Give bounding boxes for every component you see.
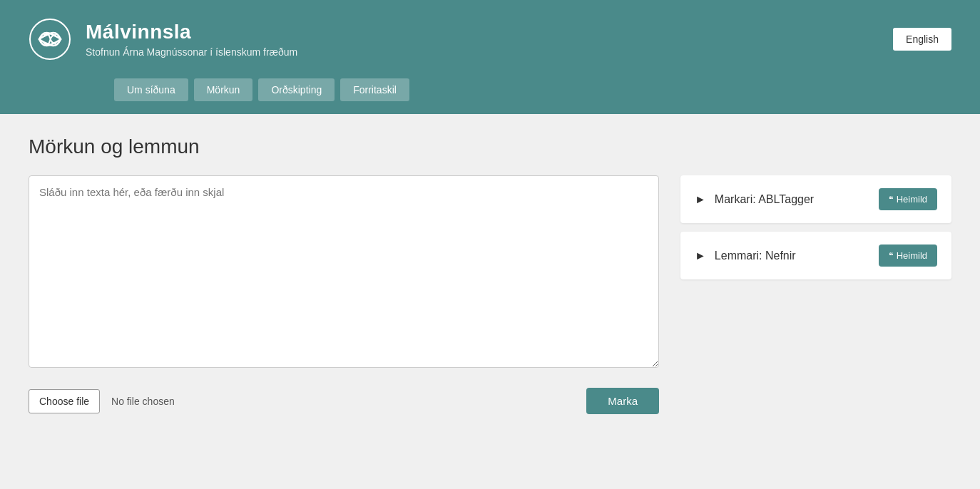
right-panel: ► Markari: ABLTagger ❝ Heimild ► Lemmari… (680, 175, 951, 279)
lemmari-heimild-button[interactable]: ❝ Heimild (879, 244, 937, 267)
main-content: Mörkun og lemmun Choose file No file cho… (0, 114, 980, 489)
quote-icon-2: ❝ (889, 251, 893, 261)
nav-items: Um síðuna Mörkun Orðskipting Forritaskil (114, 78, 409, 101)
lemmari-heimild-label: Heimild (897, 250, 927, 261)
site-title: Málvinnsla (86, 21, 297, 43)
english-button[interactable]: English (893, 28, 951, 51)
nav-item-um-siduna[interactable]: Um síðuna (114, 78, 188, 101)
choose-file-button[interactable]: Choose file (29, 389, 100, 413)
no-file-label: No file chosen (111, 396, 175, 407)
markari-card: ► Markari: ABLTagger ❝ Heimild (680, 175, 951, 223)
nav-item-ordskipting[interactable]: Orðskipting (258, 78, 335, 101)
logo-icon (29, 18, 71, 61)
site-header: Málvinnsla Stofnun Árna Magnússonar í ís… (0, 0, 980, 78)
chevron-right-icon-2: ► (695, 249, 706, 262)
nav-bar: Um síðuna Mörkun Orðskipting Forritaskil (0, 78, 980, 114)
quote-icon-1: ❝ (889, 195, 893, 205)
marka-button[interactable]: Marka (586, 388, 659, 414)
lemmari-card: ► Lemmari: Nefnir ❝ Heimild (680, 232, 951, 279)
markari-heimild-button[interactable]: ❝ Heimild (879, 188, 937, 210)
markari-heimild-label: Heimild (897, 194, 927, 205)
header-right: English (893, 28, 951, 51)
lemmari-label: Lemmari: Nefnir (715, 249, 870, 262)
site-subtitle: Stofnun Árna Magnússonar í íslenskum fræ… (86, 46, 297, 58)
markari-label: Markari: ABLTagger (715, 193, 870, 206)
header-title-block: Málvinnsla Stofnun Árna Magnússonar í ís… (86, 21, 297, 58)
text-input-area[interactable] (29, 175, 659, 368)
page-title: Mörkun og lemmun (29, 135, 951, 158)
header-left: Málvinnsla Stofnun Árna Magnússonar í ís… (29, 18, 297, 61)
left-panel: Choose file No file chosen Marka (29, 175, 659, 414)
nav-item-forritaskil[interactable]: Forritaskil (340, 78, 409, 101)
content-layout: Choose file No file chosen Marka ► Marka… (29, 175, 951, 414)
file-row: Choose file No file chosen Marka (29, 388, 659, 414)
chevron-right-icon: ► (695, 193, 706, 206)
nav-item-morkun[interactable]: Mörkun (194, 78, 253, 101)
